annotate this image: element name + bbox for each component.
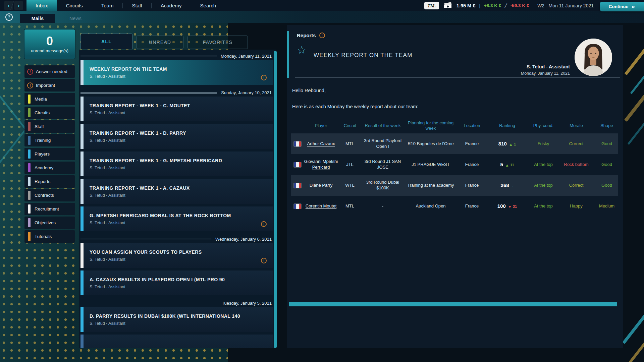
mail-title: WEEKLY REPORT ON THE TEAM: [90, 66, 167, 72]
category-color-bar: [28, 204, 31, 214]
flag-cell: [291, 139, 303, 148]
col-header-morale: Morale: [560, 123, 592, 128]
col-header-phy-cond: Phy. cond.: [527, 123, 560, 128]
mail-item[interactable]: A. CAZAUX RESULTS IN PLAYFORD OPEN I (MT…: [80, 270, 273, 295]
mail-item[interactable]: TRAINING REPORT - WEEK 1 - A. CAZAUX S. …: [80, 179, 273, 204]
category-reports[interactable]: Reports: [24, 175, 75, 188]
category-label: Training: [35, 138, 51, 143]
unread-label: unread message(s): [31, 48, 68, 53]
mail-item[interactable]: WEEKLY REPORT ON THE TEAM S. Tetud - Ass…: [80, 60, 273, 85]
flag-cell: [291, 160, 303, 169]
category-media[interactable]: Media: [24, 93, 75, 105]
rank-change-value: 11: [510, 163, 514, 167]
ranking-cell: 268 -: [488, 180, 527, 191]
mail-item[interactable]: YOU CAN ASSIGN YOUR SCOUTS TO PLAYERS S.…: [80, 243, 273, 268]
mail-title: G. MPETSHI PERRICARD MORAL IS AT THE ROC…: [90, 213, 231, 218]
tab-all[interactable]: ALL: [80, 34, 132, 49]
report-intro: Here is as each Monday the weekly report…: [291, 104, 618, 109]
tab-inbox[interactable]: Inbox: [26, 0, 57, 11]
report-body: Hello Rebound, Here is as each Monday th…: [291, 78, 618, 348]
ranking-value: 5: [500, 162, 503, 167]
tab-favorites[interactable]: FAVORITES: [187, 36, 248, 49]
tab-unread[interactable]: UNREAD: [137, 36, 183, 49]
rank-change-value: 1: [514, 142, 516, 146]
help-icon[interactable]: ?: [5, 13, 13, 21]
mail-sender: S. Tetud - Assistant: [90, 257, 202, 262]
favorite-star-icon[interactable]: ☆: [297, 45, 307, 55]
mail-item[interactable]: G. MPETSHI PERRICARD MORAL IS AT THE ROC…: [80, 206, 273, 231]
player-link[interactable]: Giovanni Mpetshi Perricard: [304, 159, 338, 170]
location-cell: France: [456, 160, 488, 170]
category-important[interactable]: ! Important: [24, 79, 75, 92]
mail-item[interactable]: [80, 335, 273, 348]
category-answer-needed[interactable]: ! Answer needed: [24, 65, 75, 78]
tab-circuits[interactable]: Circuits: [57, 0, 92, 11]
category-staff[interactable]: Staff: [24, 120, 75, 133]
category-training[interactable]: Training: [24, 134, 75, 146]
phy-cond-cell: Frisky: [527, 139, 560, 149]
date-divider: Tuesday, January 5, 2021: [80, 301, 273, 306]
planning-cell: R10 Bagnoles de l'Orne: [405, 139, 456, 149]
mail-category-bar: [80, 152, 84, 176]
divider: /: [505, 2, 506, 9]
player-link[interactable]: Arthur Cazaux: [307, 141, 335, 146]
forward-button[interactable]: ›: [14, 1, 23, 10]
category-objectives[interactable]: Objectives: [24, 217, 75, 229]
category-recruitment[interactable]: Recruitment: [24, 203, 75, 215]
col-header-planning: Planning for the coming week: [405, 120, 456, 131]
tab-staff[interactable]: Staff: [123, 0, 151, 11]
circuit-cell: MTL: [339, 139, 360, 149]
history-nav: ‹ ›: [0, 0, 26, 11]
sub-nav-bar: ? Mails News: [0, 11, 644, 23]
location-cell: France: [456, 181, 488, 190]
mail-list-scrollbar[interactable]: [274, 51, 277, 348]
result-cell: 3rd Round Dubai $100K: [360, 178, 405, 193]
report-date: Monday, January 11, 2021: [521, 71, 570, 76]
mail-item[interactable]: TRAINING REPORT - WEEK 1 - D. PARRY S. T…: [80, 124, 273, 149]
mail-item[interactable]: D. PARRY RESULTS IN DUBAI $100K (WTL INT…: [80, 307, 273, 332]
planning-cell: Auckland Open: [405, 201, 456, 211]
top-bar: ‹ › Inbox Circuits Team Staff Academy Se…: [0, 0, 644, 11]
player-link[interactable]: Corentin Moutet: [306, 203, 337, 208]
alert-icon: !: [261, 221, 267, 227]
mail-title: TRAINING REPORT - WEEK 1 - A. CAZAUX: [90, 185, 190, 191]
circuit-cell: JTL: [339, 160, 360, 170]
tab-mails[interactable]: Mails: [20, 14, 55, 23]
category-circuits[interactable]: Circuits: [24, 107, 75, 119]
category-academy[interactable]: Academy: [24, 162, 75, 174]
col-header-result: Result of the week: [360, 123, 405, 128]
mail-item[interactable]: TRAINING REPORT - WEEK 1 - G. MPETSHI PE…: [80, 152, 273, 176]
alert-icon: !: [27, 69, 33, 75]
category-color-bar: [28, 95, 31, 104]
mail-category-bar: [80, 124, 84, 149]
mail-title: YOU CAN ASSIGN YOUR SCOUTS TO PLAYERS: [90, 249, 202, 255]
category-label: Recruitment: [35, 206, 59, 212]
breadcrumb-label: Reports: [297, 33, 316, 38]
tab-academy[interactable]: Academy: [152, 0, 191, 11]
category-label: Important: [36, 83, 55, 88]
rank-change-icon: ▲: [509, 143, 512, 146]
ranking-cell: 810 ▲ 1: [488, 138, 527, 149]
category-label: Tutorials: [35, 234, 52, 239]
category-contracts[interactable]: Contracts: [24, 189, 75, 201]
category-color-bar: [28, 108, 31, 117]
player-link[interactable]: Diane Parry: [310, 183, 333, 188]
category-color-bar: [28, 122, 31, 131]
signature-divider-bar: [289, 302, 617, 306]
mail-item[interactable]: TRAINING REPORT - WEEK 1 - C. MOUTET S. …: [80, 97, 273, 121]
morale-cell: Correct: [560, 181, 592, 190]
category-tutorials[interactable]: Tutorials: [24, 230, 75, 243]
shape-cell: Medium: [592, 201, 621, 211]
category-players[interactable]: Players: [24, 148, 75, 160]
france-flag-icon: [294, 183, 301, 188]
mail-title: A. CAZAUX RESULTS IN PLAYFORD OPEN I (MT…: [90, 277, 225, 282]
continue-button[interactable]: Continue »: [600, 2, 644, 11]
category-color-bar: [28, 163, 31, 172]
mail-list: Monday, January 11, 2021 WEEKLY REPORT O…: [80, 51, 273, 348]
category-label: Objectives: [35, 220, 56, 225]
tab-news[interactable]: News: [55, 14, 96, 23]
category-color-bar: [28, 149, 31, 159]
mail-sender: S. Tetud - Assistant: [90, 111, 190, 115]
tab-search[interactable]: Search: [191, 0, 225, 11]
tab-team[interactable]: Team: [92, 0, 123, 11]
